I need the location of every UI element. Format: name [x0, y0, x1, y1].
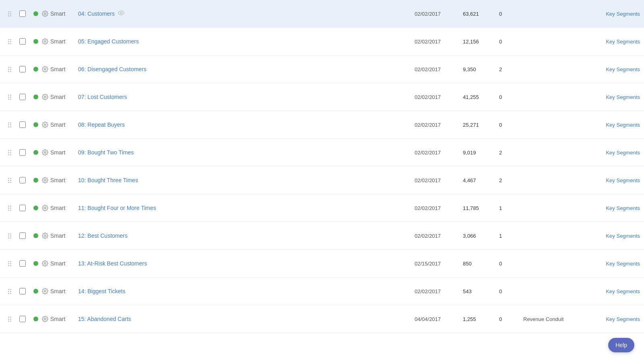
drag-handle[interactable]	[4, 259, 15, 268]
gear-icon	[42, 232, 48, 239]
segment-date: 02/02/2017	[415, 66, 463, 72]
key-segments-link[interactable]: Key Segments	[606, 205, 640, 211]
gear-icon	[42, 316, 48, 322]
key-segments-link[interactable]: Key Segments	[606, 11, 640, 17]
row-checkbox[interactable]	[15, 288, 30, 294]
segment-link[interactable]: 12: Best Customers	[78, 232, 128, 239]
svg-point-10	[44, 263, 46, 264]
segment-date: 02/02/2017	[415, 233, 463, 239]
segment-type: Smart	[42, 288, 78, 294]
segment-link[interactable]: 06: Disengaged Customers	[78, 66, 147, 72]
row-checkbox[interactable]	[15, 149, 30, 156]
status-dot	[33, 317, 38, 321]
table-row: Smart 13: At-Risk Best Customers 02/15/2…	[0, 250, 644, 278]
segment-type: Smart	[42, 232, 78, 239]
row-checkbox[interactable]	[15, 121, 30, 128]
svg-point-0	[44, 13, 46, 14]
segment-link[interactable]: 07: Lost Customers	[78, 94, 127, 100]
segment-name-col: 15: Abandoned Carts	[78, 316, 415, 322]
segment-date: 02/02/2017	[415, 39, 463, 45]
segment-type: Smart	[42, 316, 78, 322]
key-segments-link[interactable]: Key Segments	[606, 39, 640, 45]
segment-type: Smart	[42, 260, 78, 267]
key-segments-link[interactable]: Key Segments	[606, 150, 640, 156]
key-segments-link[interactable]: Key Segments	[606, 233, 640, 239]
row-checkbox[interactable]	[15, 205, 30, 211]
type-label: Smart	[50, 149, 65, 156]
drag-handle[interactable]	[4, 37, 15, 46]
table-row: Smart 07: Lost Customers 02/02/2017 41,2…	[0, 83, 644, 111]
drag-handle[interactable]	[4, 287, 15, 296]
drag-handle[interactable]	[4, 176, 15, 185]
type-label: Smart	[50, 232, 65, 239]
segment-count: 11,785	[463, 205, 499, 211]
key-segments-link[interactable]: Key Segments	[606, 316, 640, 322]
segment-name-col: 07: Lost Customers	[78, 94, 415, 100]
segment-type: Smart	[42, 38, 78, 45]
segment-count: 41,255	[463, 94, 499, 100]
type-label: Smart	[50, 121, 65, 128]
segment-link[interactable]: 11: Bought Four or More Times	[78, 205, 156, 211]
type-label: Smart	[50, 38, 65, 45]
type-label: Smart	[50, 10, 65, 17]
drag-handle[interactable]	[4, 121, 15, 129]
segment-count: 9,019	[463, 150, 499, 156]
row-checkbox[interactable]	[15, 38, 30, 45]
segment-count: 63,621	[463, 11, 499, 17]
help-button[interactable]: Help	[608, 338, 634, 352]
type-label: Smart	[50, 260, 65, 267]
segment-link[interactable]: 14: Biggest Tickets	[78, 288, 126, 294]
key-segments-link[interactable]: Key Segments	[606, 261, 640, 267]
drag-handle[interactable]	[4, 93, 15, 101]
key-segments-link[interactable]: Key Segments	[606, 177, 640, 183]
svg-point-8	[44, 207, 46, 209]
row-checkbox[interactable]	[15, 94, 30, 100]
svg-point-6	[44, 152, 46, 153]
table-row: Smart 04: Customers 02/02/2017 63,621 0 …	[0, 0, 644, 28]
segment-link[interactable]: 10: Bought Three Times	[78, 177, 138, 183]
segment-date: 04/04/2017	[415, 316, 463, 322]
row-checkbox[interactable]	[15, 10, 30, 17]
key-segments-link[interactable]: Key Segments	[606, 288, 640, 294]
segment-num: 2	[499, 177, 523, 183]
segment-action: Key Segments	[588, 205, 640, 211]
row-checkbox[interactable]	[15, 232, 30, 239]
drag-handle[interactable]	[4, 232, 15, 240]
gear-icon	[42, 205, 48, 211]
segment-link[interactable]: 04: Customers	[78, 10, 115, 17]
row-checkbox[interactable]	[15, 316, 30, 322]
drag-handle[interactable]	[4, 10, 15, 18]
segment-type: Smart	[42, 121, 78, 128]
table-row: Smart 10: Bought Three Times 02/02/2017 …	[0, 167, 644, 194]
drag-handle[interactable]	[4, 204, 15, 212]
segment-link[interactable]: 05: Engaged Customers	[78, 38, 139, 45]
type-label: Smart	[50, 205, 65, 211]
segment-date: 02/02/2017	[415, 150, 463, 156]
segment-type: Smart	[42, 177, 78, 183]
key-segments-link[interactable]: Key Segments	[606, 122, 640, 128]
segment-name-col: 12: Best Customers	[78, 232, 415, 239]
drag-handle[interactable]	[4, 65, 15, 74]
key-segments-link[interactable]: Key Segments	[606, 66, 640, 72]
row-checkbox[interactable]	[15, 66, 30, 72]
drag-handle[interactable]	[4, 315, 15, 323]
segment-name-col: 10: Bought Three Times	[78, 177, 415, 183]
drag-handle[interactable]	[4, 148, 15, 157]
segment-action: Key Segments	[588, 66, 640, 72]
segment-link[interactable]: 13: At-Risk Best Customers	[78, 260, 147, 267]
segment-type: Smart	[42, 205, 78, 211]
segment-link[interactable]: 15: Abandoned Carts	[78, 316, 131, 322]
type-label: Smart	[50, 177, 65, 183]
segment-action: Key Segments	[588, 94, 640, 100]
row-checkbox[interactable]	[15, 260, 30, 267]
svg-point-5	[44, 124, 46, 125]
svg-point-1	[120, 12, 122, 14]
segment-link[interactable]: 09: Bought Two Times	[78, 149, 134, 156]
segment-link[interactable]: 08: Repeat Buyers	[78, 121, 125, 128]
row-checkbox[interactable]	[15, 177, 30, 183]
type-label: Smart	[50, 66, 65, 72]
status-dot	[33, 122, 38, 127]
segment-action: Key Segments	[588, 261, 640, 267]
segment-name-col: 14: Biggest Tickets	[78, 288, 415, 294]
key-segments-link[interactable]: Key Segments	[606, 94, 640, 100]
